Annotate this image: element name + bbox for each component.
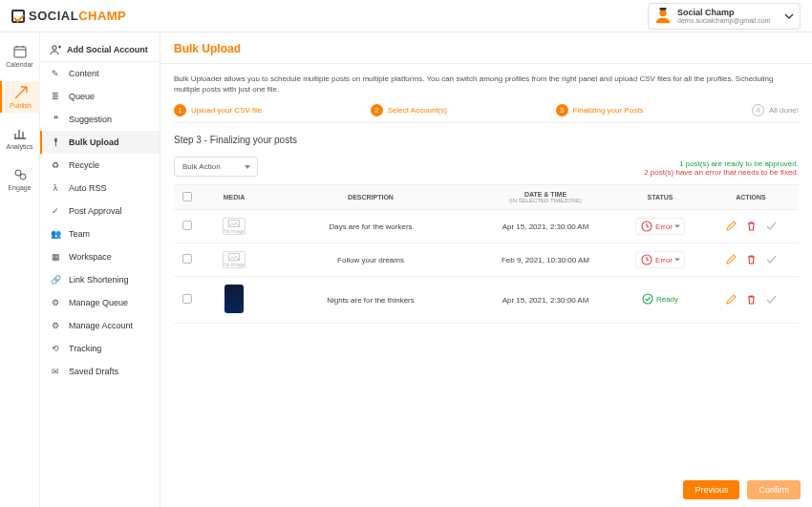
step-3[interactable]: 3Finalizing your Posts [556, 104, 644, 116]
add-social-label: Add Social Account [67, 45, 148, 54]
step-4: 4All done! [752, 104, 799, 116]
brand-name-a: SOCIAL [29, 9, 78, 23]
th-status: STATUS [617, 185, 703, 210]
bulk-action-label: Bulk Action [182, 162, 221, 171]
subnav-icon: ✓ [50, 206, 61, 216]
step-label: Finalizing your Posts [573, 106, 644, 115]
subnav-label: Saved Drafts [69, 367, 118, 376]
add-social-account[interactable]: Add Social Account [40, 38, 160, 62]
subnav-icon: ✉ [50, 367, 61, 376]
th-date: DATE & TIME(IN SELECTED TIMEZONE) [474, 185, 617, 210]
subnav-item-workspace[interactable]: ▦Workspace [40, 245, 160, 268]
subnav-label: Link Shortening [69, 275, 129, 285]
approve-icon[interactable] [766, 221, 777, 231]
subnav-item-team[interactable]: 👥Team [40, 222, 160, 245]
table-row: No ImageDays are for the workersApr 15, … [174, 210, 799, 243]
account-email: demo.socialchamp@gmail.com [677, 17, 770, 24]
wizard-stepper: 1Upload your CSV file 2Select Account(s)… [174, 104, 799, 123]
publish-subnav: Add Social Account ✎Content≣Queue❝Sugges… [40, 32, 160, 507]
rail-engage[interactable]: Engage [0, 163, 40, 195]
step-num: 1 [174, 104, 186, 116]
edit-icon[interactable] [726, 221, 737, 231]
media-thumbnail [224, 285, 244, 313]
step-label: Upload your CSV file [191, 106, 262, 115]
subnav-item-saved-drafts[interactable]: ✉Saved Drafts [40, 360, 160, 383]
delete-icon[interactable] [746, 221, 757, 231]
logo-mark-icon [11, 10, 25, 23]
status-error-select[interactable]: Error [635, 251, 685, 268]
subnav-icon: ✎ [50, 69, 61, 78]
subnav-item-suggestion[interactable]: ❝Suggestion [40, 108, 160, 131]
avatar-icon [654, 8, 672, 25]
row-date: Apr 15, 2021, 2:30:00 AM [474, 210, 617, 243]
subnav-label: Recycle [69, 160, 99, 170]
rail-calendar[interactable]: Calendar [0, 40, 40, 72]
rail-analytics[interactable]: Analytics [0, 122, 40, 154]
subnav-label: Content [69, 69, 99, 78]
step-header: Step 3 - Finalizing your posts [174, 135, 799, 145]
subnav-icon: 👥 [50, 229, 61, 239]
subnav-item-post-approval[interactable]: ✓Post Approval [40, 200, 160, 222]
step-label: Select Account(s) [388, 106, 447, 115]
row-description: Nights are for the thinkers [267, 277, 474, 324]
ok-circle-icon [642, 293, 653, 305]
svg-point-6 [20, 174, 26, 180]
subnav-label: Bulk Upload [69, 137, 119, 147]
account-switcher[interactable]: Social Champ demo.socialchamp@gmail.com [648, 3, 801, 30]
status-error-select[interactable]: Error [635, 218, 685, 235]
subnav-item-auto-rss[interactable]: λAuto RSS [40, 177, 160, 200]
th-media: MEDIA [201, 185, 267, 210]
subnav-label: Suggestion [69, 115, 112, 124]
row-date: Feb 9, 2021, 10:30:00 AM [474, 243, 617, 277]
brand-logo: SOCIALCHAMP [11, 9, 126, 23]
table-row: Nights are for the thinkersApr 15, 2021,… [174, 277, 799, 324]
confirm-button[interactable]: Confirm [747, 480, 801, 499]
delete-icon[interactable] [746, 254, 757, 264]
subnav-label: Team [69, 229, 90, 239]
row-checkbox[interactable] [182, 254, 192, 264]
subnav-icon: ⚙ [50, 298, 61, 307]
subnav-item-manage-queue[interactable]: ⚙Manage Queue [40, 291, 160, 314]
approve-icon[interactable] [766, 294, 777, 305]
th-date-label: DATE & TIME [524, 191, 566, 198]
approve-icon[interactable] [766, 254, 777, 264]
subnav-label: Workspace [69, 252, 112, 262]
chevron-down-icon [784, 13, 794, 19]
primary-rail: Calendar Publish Analytics Engage [0, 32, 40, 507]
status-ready: Ready [642, 293, 678, 305]
svg-point-7 [53, 46, 56, 50]
edit-icon[interactable] [726, 254, 737, 264]
subnav-item-tracking[interactable]: ⟲Tracking [40, 337, 160, 360]
delete-icon[interactable] [746, 294, 757, 305]
row-checkbox[interactable] [182, 294, 192, 304]
subnav-item-manage-account[interactable]: ⚙Manage Account [40, 314, 160, 337]
step-1[interactable]: 1Upload your CSV file [174, 104, 262, 116]
subnav-item-recycle[interactable]: ♻Recycle [40, 154, 160, 177]
rail-label: Engage [8, 184, 31, 191]
th-description: DESCRIPTION [267, 185, 474, 210]
rail-publish[interactable]: Publish [0, 81, 40, 113]
clock-icon [641, 221, 652, 232]
subnav-label: Tracking [69, 344, 101, 353]
subnav-icon: 🔗 [50, 275, 61, 285]
row-checkbox[interactable] [182, 221, 192, 230]
step-num: 4 [752, 104, 764, 116]
previous-button[interactable]: Previous [683, 480, 739, 499]
subnav-icon: ≣ [50, 92, 61, 101]
th-actions: ACTIONS [703, 185, 799, 210]
subnav-item-bulk-upload[interactable]: ⭱Bulk Upload [40, 131, 160, 154]
clock-icon [641, 254, 652, 265]
subnav-icon: ⚙ [50, 321, 61, 330]
select-all-checkbox[interactable] [182, 192, 192, 201]
subnav-icon: ⭱ [50, 137, 61, 147]
subnav-item-link-shortening[interactable]: 🔗Link Shortening [40, 268, 160, 291]
subnav-item-queue[interactable]: ≣Queue [40, 85, 160, 108]
step-2[interactable]: 2Select Account(s) [371, 104, 447, 116]
rail-label: Analytics [6, 143, 32, 150]
page-intro: Bulk Uploader allows you to schedule mul… [174, 74, 799, 95]
analytics-icon [12, 126, 28, 141]
bulk-action-select[interactable]: Bulk Action [174, 157, 258, 177]
edit-icon[interactable] [726, 294, 737, 305]
subnav-item-content[interactable]: ✎Content [40, 62, 160, 85]
calendar-icon [12, 44, 28, 59]
